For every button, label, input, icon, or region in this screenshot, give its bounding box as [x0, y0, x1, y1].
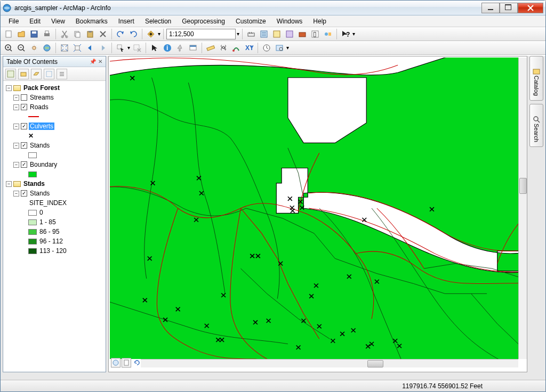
menu-file[interactable]: File: [4, 17, 23, 26]
dropdown-arrow-icon[interactable]: ▾: [237, 31, 239, 37]
layer-label[interactable]: 86 - 95: [38, 228, 60, 235]
layer-checkbox[interactable]: [21, 123, 27, 129]
list-by-drawing-order-icon[interactable]: [5, 69, 16, 79]
print-icon[interactable]: [41, 28, 53, 40]
pin-icon[interactable]: 📌: [90, 59, 96, 64]
expander-icon[interactable]: −: [13, 143, 19, 149]
layer-label[interactable]: Streams: [29, 94, 55, 101]
layer-label[interactable]: Pack Forest: [22, 84, 61, 92]
layer-label[interactable]: 96 - 112: [38, 238, 64, 245]
menu-insert[interactable]: Insert: [114, 17, 139, 26]
python-window-icon[interactable]: ▯: [309, 28, 321, 40]
menu-edit[interactable]: Edit: [25, 17, 45, 26]
model-builder-icon[interactable]: [322, 28, 334, 40]
layer-label[interactable]: Stands: [29, 142, 51, 149]
horizontal-scrollbar[interactable]: [141, 359, 518, 368]
go-to-xy-icon[interactable]: XY: [243, 42, 255, 54]
create-viewer-icon[interactable]: [274, 42, 285, 54]
menu-help[interactable]: Help: [308, 17, 331, 26]
dropdown-arrow-icon[interactable]: ▾: [158, 31, 160, 37]
layer-label[interactable]: Culverts: [29, 123, 54, 130]
identify-icon[interactable]: i: [162, 42, 173, 54]
arctoolbox-icon[interactable]: [296, 28, 308, 40]
options-icon[interactable]: [57, 69, 67, 79]
fixed-zoom-in-icon[interactable]: [59, 42, 70, 54]
layer-label[interactable]: Boundary: [29, 161, 58, 168]
pan-icon[interactable]: [28, 42, 40, 54]
layer-label[interactable]: Stands: [29, 190, 51, 197]
expander-icon[interactable]: −: [13, 95, 19, 101]
paste-icon[interactable]: [84, 28, 96, 40]
clear-selection-icon[interactable]: [131, 42, 143, 54]
catalog-window-icon[interactable]: [271, 28, 283, 40]
maximize-button[interactable]: [500, 3, 518, 13]
scroll-thumb[interactable]: [519, 178, 527, 194]
fixed-zoom-out-icon[interactable]: [71, 42, 83, 54]
zoom-in-icon[interactable]: [3, 42, 14, 54]
map-canvas[interactable]: [110, 58, 518, 359]
save-icon[interactable]: [28, 28, 40, 40]
menu-windows[interactable]: Windows: [272, 17, 308, 26]
scroll-thumb[interactable]: [367, 360, 383, 368]
expander-icon[interactable]: −: [6, 85, 12, 91]
expander-icon[interactable]: −: [6, 181, 12, 187]
toc-icon[interactable]: [258, 28, 270, 40]
dropdown-arrow-icon[interactable]: ▾: [127, 45, 130, 51]
expander-icon[interactable]: −: [13, 191, 19, 197]
find-route-icon[interactable]: [230, 42, 242, 54]
close-button[interactable]: [518, 3, 543, 13]
expander-icon[interactable]: −: [13, 104, 19, 110]
layer-label[interactable]: 1 - 85: [38, 218, 57, 226]
open-icon[interactable]: [15, 28, 27, 40]
menu-geoprocessing[interactable]: Geoprocessing: [177, 17, 230, 26]
layer-checkbox[interactable]: [21, 104, 27, 110]
list-by-source-icon[interactable]: [18, 69, 29, 79]
select-features-icon[interactable]: [115, 42, 126, 54]
layer-label[interactable]: SITE_INDEX: [28, 199, 68, 207]
undo-icon[interactable]: [115, 28, 126, 40]
layer-checkbox[interactable]: [21, 161, 27, 168]
layer-label[interactable]: 0: [38, 209, 44, 216]
layer-checkbox[interactable]: [21, 142, 27, 149]
new-icon[interactable]: [3, 28, 14, 40]
redo-icon[interactable]: [127, 28, 139, 40]
layer-label[interactable]: Roads: [29, 103, 50, 111]
toolbar-overflow-icon[interactable]: ▾: [352, 31, 355, 37]
select-elements-icon[interactable]: [149, 42, 160, 54]
delete-icon[interactable]: [97, 28, 109, 40]
whats-this-icon[interactable]: ?: [340, 28, 351, 40]
layer-label[interactable]: Stands: [22, 180, 46, 187]
back-extent-icon[interactable]: [84, 42, 96, 54]
layer-checkbox[interactable]: [21, 190, 27, 197]
vertical-scrollbar[interactable]: [518, 58, 527, 359]
list-by-selection-icon[interactable]: [44, 69, 54, 79]
find-icon[interactable]: [218, 42, 229, 54]
copy-icon[interactable]: [71, 28, 83, 40]
full-extent-icon[interactable]: [41, 42, 53, 54]
minimize-button[interactable]: [481, 3, 500, 13]
zoom-out-icon[interactable]: [15, 42, 27, 54]
hyperlink-icon[interactable]: [174, 42, 186, 54]
expander-icon[interactable]: −: [13, 162, 19, 168]
html-popup-icon[interactable]: [187, 42, 199, 54]
search-tab[interactable]: Search: [529, 104, 543, 147]
catalog-tab[interactable]: Catalog: [529, 56, 543, 101]
forward-extent-icon[interactable]: [97, 42, 109, 54]
expander-icon[interactable]: −: [13, 124, 19, 129]
menu-bookmarks[interactable]: Bookmarks: [71, 17, 113, 26]
data-view-icon[interactable]: [111, 358, 121, 368]
menu-selection[interactable]: Selection: [140, 17, 176, 26]
measure-icon[interactable]: [205, 42, 216, 54]
search-window-icon[interactable]: [284, 28, 295, 40]
list-by-visibility-icon[interactable]: [31, 69, 42, 79]
time-slider-icon[interactable]: [261, 42, 272, 54]
menu-view[interactable]: View: [46, 17, 70, 26]
toolbar-overflow-icon[interactable]: ▾: [286, 45, 289, 51]
menu-customize[interactable]: Customize: [231, 17, 271, 26]
cut-icon[interactable]: [59, 28, 70, 40]
layer-label[interactable]: 113 - 120: [38, 247, 68, 255]
close-panel-icon[interactable]: ✕: [98, 59, 102, 64]
layer-checkbox[interactable]: [21, 94, 27, 101]
scale-input[interactable]: [166, 29, 236, 39]
add-data-icon[interactable]: [145, 28, 157, 40]
